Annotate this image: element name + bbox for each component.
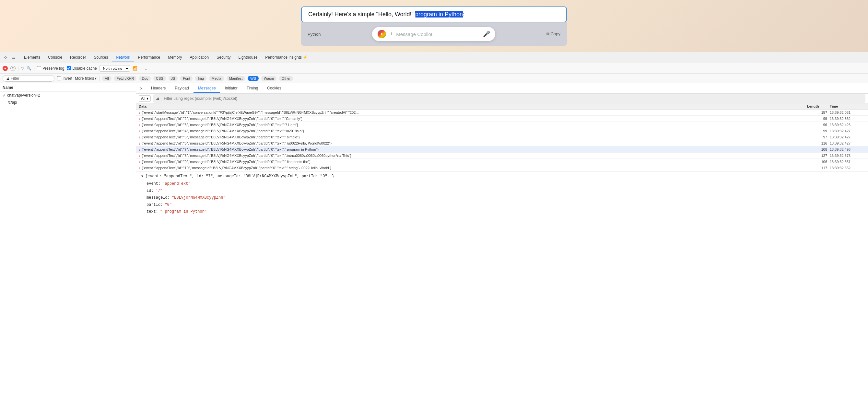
filter-icon2: ⊿ bbox=[156, 96, 159, 101]
tab-network[interactable]: Network bbox=[112, 53, 134, 62]
devtools-icon-group: ⊹ ▭ bbox=[3, 55, 16, 61]
upload-icon[interactable]: ↑ bbox=[140, 66, 142, 71]
preserve-log-checkbox[interactable] bbox=[37, 66, 41, 70]
tab-lighthouse[interactable]: Lighthouse bbox=[235, 53, 261, 62]
detail-field-text: text: " program in Python" bbox=[147, 209, 863, 216]
copilot-plus-icon[interactable]: + bbox=[390, 31, 393, 38]
filter-type-img[interactable]: Img bbox=[195, 76, 206, 81]
browser-top: Certainly! Here's a simple "Hello, World… bbox=[0, 0, 868, 52]
filter-input-group: ⊿ bbox=[3, 75, 55, 82]
all-dropdown[interactable]: All ▾ bbox=[139, 95, 151, 102]
filter-type-wasm[interactable]: Wasm bbox=[261, 76, 277, 81]
field-val-messageid: "B8LVjRrNG4MXXBcyypZnh" bbox=[172, 194, 225, 201]
invert-label[interactable]: Invert bbox=[57, 76, 72, 81]
disable-cache-checkbox[interactable] bbox=[67, 66, 71, 70]
filter-type-doc[interactable]: Doc bbox=[139, 76, 151, 81]
tab-payload[interactable]: Payload bbox=[170, 84, 193, 93]
table-row[interactable]: ↓{"event":"appendText","id":"9","message… bbox=[136, 159, 868, 165]
list-item[interactable]: ⇄ chat?api-version=2 bbox=[0, 92, 136, 99]
filter-type-js[interactable]: JS bbox=[168, 76, 178, 81]
tab-elements[interactable]: Elements bbox=[20, 53, 44, 62]
disable-cache-label[interactable]: Disable cache bbox=[67, 66, 97, 71]
chat-message-text: Certainly! Here's a simple "Hello, World… bbox=[308, 11, 415, 18]
copy-label[interactable]: ⧉ Copy bbox=[547, 31, 560, 37]
preserve-log-label[interactable]: Preserve log bbox=[37, 66, 64, 71]
main-content: Name ⇄ chat?api-version=2 /c/api × Heade… bbox=[0, 83, 868, 409]
detail-field-event: event: "appendText" bbox=[147, 181, 863, 188]
tab-sources[interactable]: Sources bbox=[90, 53, 112, 62]
field-key-partid: partId: bbox=[147, 201, 163, 209]
tab-application[interactable]: Application bbox=[186, 53, 213, 62]
chat-message-box: Certainly! Here's a simple "Hello, World… bbox=[301, 6, 567, 22]
device-icon[interactable]: ▭ bbox=[10, 55, 16, 61]
copilot-row: Python ✦ + Message Copilot 🎤 ⧉ bbox=[301, 22, 567, 46]
table-row[interactable]: ↓{"event":"startMessage","id":"1","conve… bbox=[136, 109, 868, 116]
detail-summary[interactable]: {event: "appendText", id: "7", messageId… bbox=[141, 174, 863, 179]
mic-icon[interactable]: 🎤 bbox=[483, 30, 490, 38]
tab-initiator[interactable]: Initiator bbox=[220, 84, 242, 93]
field-key-text: text: bbox=[147, 209, 158, 216]
filter-icon[interactable]: ▽ bbox=[21, 66, 24, 71]
field-key-event: event: bbox=[147, 181, 160, 188]
table-header: Data Length Time bbox=[136, 103, 868, 109]
tab-cookies[interactable]: Cookies bbox=[262, 84, 285, 93]
tab-performance-insights[interactable]: Performance insights ⚡ bbox=[261, 53, 311, 62]
download-icon[interactable]: ↓ bbox=[145, 66, 147, 71]
network-toolbar: ● ⊘ ▽ 🔍 Preserve log Disable cache No th… bbox=[0, 63, 868, 73]
field-val-id: "7" bbox=[156, 188, 163, 195]
sidebar-item-c-api: /c/api bbox=[8, 100, 17, 105]
list-item[interactable]: /c/api bbox=[0, 99, 136, 106]
detail-field-partid: partId: "0" bbox=[147, 201, 863, 209]
detail-panel: × Headers Payload Messages Initiator Tim… bbox=[136, 83, 868, 409]
tab-timing[interactable]: Timing bbox=[242, 84, 263, 93]
messages-table: Data Length Time ↓{"event":"startMessage… bbox=[136, 103, 868, 409]
svg-text:✦: ✦ bbox=[380, 31, 384, 37]
filter-type-font[interactable]: Font bbox=[180, 76, 192, 81]
tab-security[interactable]: Security bbox=[213, 53, 234, 62]
tab-messages[interactable]: Messages bbox=[193, 84, 220, 93]
filter-type-other[interactable]: Other bbox=[279, 76, 293, 81]
copilot-message-input[interactable]: Message Copilot bbox=[396, 31, 479, 37]
tab-performance[interactable]: Performance bbox=[134, 53, 164, 62]
filter-type-fetch-xhr[interactable]: Fetch/XHR bbox=[114, 76, 137, 81]
filter-bar: ⊿ Invert More filters ▾ All Fetch/XHR Do… bbox=[0, 73, 868, 83]
tab-headers[interactable]: Headers bbox=[147, 84, 170, 93]
copilot-input-container[interactable]: ✦ + Message Copilot 🎤 bbox=[372, 27, 495, 41]
tab-recorder[interactable]: Recorder bbox=[66, 53, 90, 62]
table-row[interactable]: ↓{"event":"appendText","id":"4","message… bbox=[136, 128, 868, 134]
detail-expanded: {event: "appendText", id: "7", messageId… bbox=[136, 171, 868, 218]
sep1 bbox=[18, 66, 19, 71]
detail-tabs: × Headers Payload Messages Initiator Tim… bbox=[136, 83, 868, 94]
throttle-select[interactable]: No throttling bbox=[99, 65, 130, 72]
sep2 bbox=[34, 66, 34, 71]
close-detail-button[interactable]: × bbox=[139, 86, 144, 91]
record-button[interactable]: ● bbox=[3, 66, 8, 71]
filter-type-css[interactable]: CSS bbox=[153, 76, 166, 81]
search-icon[interactable]: 🔍 bbox=[27, 66, 31, 71]
table-row[interactable]: ↓{"event":"appendText","id":"8","message… bbox=[136, 153, 868, 159]
filter-type-ws[interactable]: WS bbox=[248, 76, 259, 81]
table-row[interactable]: ↓{"event":"appendText","id":"7","message… bbox=[136, 147, 868, 153]
clear-button[interactable]: ⊘ bbox=[10, 66, 16, 71]
invert-checkbox[interactable] bbox=[57, 76, 61, 81]
table-row[interactable]: ↓{"event":"appendText","id":"3","message… bbox=[136, 122, 868, 128]
field-val-text: " program in Python" bbox=[160, 209, 207, 216]
more-filters-button[interactable]: More filters ▾ bbox=[75, 76, 97, 81]
copy-icon: ⧉ bbox=[547, 31, 549, 36]
message-filter-input[interactable] bbox=[161, 95, 863, 102]
filter-type-all[interactable]: All bbox=[102, 76, 111, 81]
wifi-icon[interactable]: 📶 bbox=[132, 66, 137, 71]
table-row[interactable]: ↓{"event":"appendText","id":"2","message… bbox=[136, 116, 868, 122]
tab-memory[interactable]: Memory bbox=[164, 53, 186, 62]
table-row[interactable]: ↓{"event":"appendText","id":"5","message… bbox=[136, 134, 868, 140]
filter-type-media[interactable]: Media bbox=[209, 76, 224, 81]
filter-type-manifest[interactable]: Manifest bbox=[226, 76, 245, 81]
table-row[interactable]: ↓{"event":"appendText","id":"10","messag… bbox=[136, 165, 868, 171]
sidebar-item-chat-api: chat?api-version=2 bbox=[7, 93, 40, 98]
field-key-messageid: messageId: bbox=[147, 194, 170, 201]
filter-input[interactable] bbox=[11, 76, 51, 81]
messages-toolbar: All ▾ ⊿ bbox=[136, 94, 868, 103]
tab-console[interactable]: Console bbox=[44, 53, 66, 62]
table-row[interactable]: ↓{"event":"appendText","id":"6","message… bbox=[136, 140, 868, 147]
inspect-icon[interactable]: ⊹ bbox=[3, 55, 8, 61]
